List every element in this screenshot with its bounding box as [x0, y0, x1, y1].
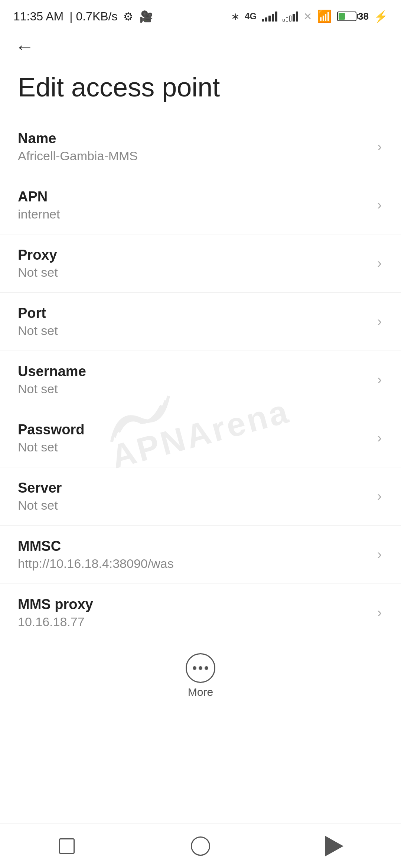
field-label-0: Name [18, 131, 370, 147]
field-value-1: internet [18, 207, 370, 221]
page-title: Edit access point [0, 60, 401, 118]
time-display: 11:35 AM [13, 10, 63, 23]
speed-display: | 0.7KB/s [69, 10, 117, 23]
chevron-right-icon: › [377, 256, 382, 271]
signal-bars-2 [283, 11, 298, 22]
chevron-right-icon: › [377, 197, 382, 213]
settings-item-password[interactable]: PasswordNot set› [0, 409, 401, 467]
settings-item-port[interactable]: PortNot set› [0, 293, 401, 351]
chevron-right-icon: › [377, 139, 382, 155]
network-4g-icon: 4G [245, 11, 257, 22]
triangle-icon [325, 836, 343, 857]
chevron-right-icon: › [377, 547, 382, 562]
more-label: More [188, 686, 213, 698]
chevron-right-icon: › [377, 605, 382, 621]
top-nav: ← [0, 30, 401, 60]
field-label-6: Server [18, 480, 370, 496]
chevron-right-icon: › [377, 314, 382, 329]
settings-icon: ⚙ [123, 10, 133, 23]
battery-indicator: 38 [337, 11, 369, 22]
home-button[interactable] [178, 831, 223, 861]
field-value-2: Not set [18, 265, 370, 280]
field-value-7: http://10.16.18.4:38090/was [18, 556, 370, 571]
settings-item-proxy[interactable]: ProxyNot set› [0, 234, 401, 293]
recent-apps-button[interactable] [45, 831, 89, 861]
field-label-2: Proxy [18, 247, 370, 263]
more-icon [186, 653, 215, 683]
field-value-3: Not set [18, 323, 370, 338]
status-right: ∗ 4G ✕ 📶 38 ⚡ [231, 9, 388, 23]
chevron-right-icon: › [377, 430, 382, 446]
settings-item-username[interactable]: UsernameNot set› [0, 351, 401, 409]
charging-icon: ⚡ [374, 10, 388, 23]
settings-item-name[interactable]: NameAfricell-Gambia-MMS› [0, 118, 401, 176]
no-signal-icon: ✕ [303, 10, 312, 23]
more-button[interactable]: More [186, 653, 215, 698]
field-label-5: Password [18, 422, 370, 438]
settings-item-mmsc[interactable]: MMSChttp://10.16.18.4:38090/was› [0, 526, 401, 584]
back-nav-button[interactable] [312, 831, 356, 861]
settings-item-apn[interactable]: APNinternet› [0, 176, 401, 234]
field-label-7: MMSC [18, 538, 370, 554]
camera-icon: 🎥 [139, 10, 153, 23]
chevron-right-icon: › [377, 372, 382, 388]
field-label-4: Username [18, 364, 370, 379]
field-value-6: Not set [18, 498, 370, 513]
field-label-8: MMS proxy [18, 596, 370, 612]
wifi-icon: 📶 [317, 9, 332, 23]
back-button[interactable]: ← [15, 37, 34, 56]
settings-list: NameAfricell-Gambia-MMS›APNinternet›Prox… [0, 118, 401, 642]
field-label-3: Port [18, 305, 370, 321]
bluetooth-icon: ∗ [231, 10, 239, 23]
more-section: More [0, 642, 401, 706]
status-left: 11:35 AM | 0.7KB/s ⚙ 🎥 [13, 10, 153, 23]
signal-bars-1 [262, 11, 277, 22]
chevron-right-icon: › [377, 489, 382, 504]
bottom-nav-bar [0, 823, 401, 868]
status-bar: 11:35 AM | 0.7KB/s ⚙ 🎥 ∗ 4G ✕ 📶 38 [0, 0, 401, 30]
settings-item-server[interactable]: ServerNot set› [0, 467, 401, 526]
field-value-0: Africell-Gambia-MMS [18, 149, 370, 163]
settings-item-mms-proxy[interactable]: MMS proxy10.16.18.77› [0, 584, 401, 642]
field-value-4: Not set [18, 382, 370, 396]
field-value-8: 10.16.18.77 [18, 615, 370, 629]
field-label-1: APN [18, 189, 370, 205]
square-icon [59, 838, 75, 854]
circle-icon [191, 836, 210, 856]
field-value-5: Not set [18, 440, 370, 454]
